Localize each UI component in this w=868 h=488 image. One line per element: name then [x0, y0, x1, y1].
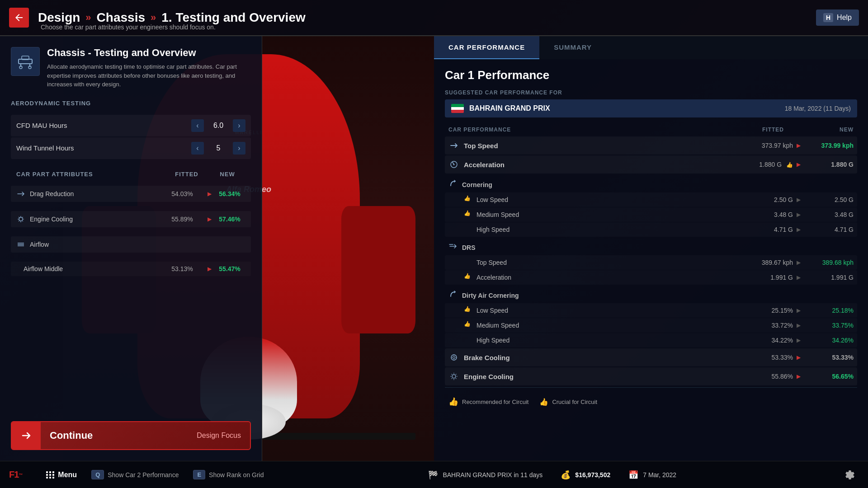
dirty-air-med-arrow: ▶ [793, 322, 804, 328]
wind-tunnel-decrease[interactable]: ‹ [191, 142, 204, 155]
dirty-air-high-new: 34.26% [804, 337, 854, 344]
dirty-air-low-row: 👍 Low Speed 25.15% ▶ 25.18% [445, 303, 857, 318]
cornering-med-fitted: 3.48 G [734, 211, 793, 218]
dirty-air-header: Dirty Air Cornering [445, 285, 857, 303]
dirty-air-low-thumb: 👍 [464, 306, 473, 315]
attr-fitted-header: FITTED [164, 171, 209, 178]
continue-label: Continue [41, 430, 197, 441]
breadcrumb-design: Design [38, 10, 80, 25]
dirty-air-med-fitted: 33.72% [734, 322, 793, 329]
drs-icon [448, 242, 458, 253]
gp-name: BAHRAIN GRAND PRIX [469, 104, 779, 113]
dirty-air-icon [448, 290, 458, 301]
right-tabs: CAR PERFORMANCE SUMMARY [434, 36, 868, 59]
svg-point-14 [452, 375, 456, 378]
drs-top-new: 389.68 kph [804, 259, 854, 266]
cornering-header: Cornering [445, 174, 857, 192]
menu-button[interactable]: Menu [46, 471, 77, 479]
help-button[interactable]: H Help [816, 9, 859, 26]
show-car2-shortcut: Q Show Car 2 Performance [91, 470, 179, 479]
acceleration-fitted: 1.880 G 👍 [734, 161, 793, 168]
bottom-bar: F1 ™ Menu Q Show Car 2 Performance E Sho… [0, 461, 868, 488]
airflow-middle-row: Airflow Middle 53.13% ▶ 55.47% [11, 262, 251, 276]
f1-logo: F1 ™ [9, 469, 23, 480]
tab-summary[interactable]: SUMMARY [539, 36, 606, 59]
top-speed-arrow: ▶ [793, 142, 804, 149]
attr-new-header: NEW [209, 171, 245, 178]
cfd-row: CFD MAU Hours ‹ 6.0 › [11, 115, 251, 136]
airflow-middle-arrow: ▶ [205, 266, 214, 272]
brake-cooling-new: 53.33% [804, 354, 854, 361]
drag-reduction-name: Drag Reduction [30, 190, 160, 197]
legend-row: 👍 Recommended for Circuit 👍 Crucial for … [445, 391, 857, 412]
aero-section-label: AERODYNAMIC TESTING [11, 100, 251, 107]
panel-header: Chassis - Testing and Overview Allocate … [11, 47, 251, 89]
money-icon: 💰 [561, 470, 571, 480]
cornering-high-label: High Speed [476, 226, 734, 233]
top-speed-label: Top Speed [464, 142, 734, 150]
dirty-air-low-new: 25.18% [804, 307, 854, 314]
crucial-icon: 👍 [539, 398, 548, 406]
acceleration-arrow: ▶ [793, 161, 804, 168]
engine-cooling-perf-fitted: 55.86% [734, 373, 793, 380]
brake-cooling-row: Brake Cooling 53.33% ▶ 53.33% [445, 348, 857, 366]
back-button[interactable] [9, 8, 29, 28]
brake-cooling-icon [448, 352, 459, 363]
cfd-increase[interactable]: › [233, 119, 245, 132]
right-content: Car 1 Performance SUGGESTED CAR PERFORMA… [434, 59, 868, 461]
settings-button[interactable] [841, 466, 859, 484]
airflow-icon [16, 240, 25, 249]
drag-reduction-row: Drag Reduction 54.03% ▶ 56.34% [11, 186, 251, 202]
perf-header-row: CAR PERFORMANCE FITTED NEW [445, 125, 857, 135]
tab-car-performance[interactable]: CAR PERFORMANCE [434, 36, 539, 59]
panel-title: Chassis - Testing and Overview [47, 47, 251, 59]
acceleration-new: 1.880 G [804, 161, 854, 168]
acceleration-icon [448, 159, 459, 170]
svg-point-13 [453, 357, 455, 359]
drs-label: DRS [462, 244, 476, 251]
menu-label: Menu [58, 471, 77, 479]
wind-tunnel-increase[interactable]: › [233, 142, 245, 155]
top-speed-new: 373.99 kph [804, 142, 854, 149]
svg-point-6 [19, 217, 23, 221]
perf-label-col-header: CAR PERFORMANCE [448, 127, 725, 133]
right-panel: CAR PERFORMANCE SUMMARY Car 1 Performanc… [434, 36, 868, 461]
cornering-high-new: 4.71 G [804, 226, 854, 233]
show-rank-shortcut: E Show Rank on Grid [193, 470, 264, 479]
dirty-air-low-arrow: ▶ [793, 307, 804, 314]
cfd-decrease[interactable]: ‹ [191, 119, 204, 132]
cornering-low-label: Low Speed [476, 196, 734, 203]
drag-reduction-arrow: ▶ [205, 191, 214, 197]
attributes-header: CAR PART ATTRIBUTES FITTED NEW [11, 167, 251, 178]
help-key: H [823, 13, 833, 22]
gp-date: 18 Mar, 2022 (11 Days) [785, 105, 851, 112]
menu-grid-icon [46, 471, 54, 479]
engine-cooling-row: Engine Cooling 55.89% ▶ 57.46% [11, 211, 251, 227]
airflow-middle-fitted: 53.13% [160, 265, 205, 272]
wind-tunnel-row: Wind Tunnel Hours ‹ 5 › [11, 137, 251, 159]
engine-cooling-perf-icon [448, 371, 459, 382]
drag-reduction-icon [16, 189, 25, 198]
engine-cooling-name: Engine Cooling [30, 216, 160, 223]
panel-description: Allocate aerodynamic testing time to opt… [47, 62, 251, 89]
help-label: Help [837, 14, 852, 22]
engine-cooling-arrow: ▶ [205, 216, 214, 222]
wind-tunnel-value: 5 [209, 144, 227, 152]
perf-new-col-header: NEW [795, 127, 854, 133]
drs-header: DRS [445, 237, 857, 255]
show-car2-label: Show Car 2 Performance [108, 471, 179, 479]
aero-rows: CFD MAU Hours ‹ 6.0 › Wind Tunnel Hours … [11, 114, 251, 160]
cornering-med-arrow: ▶ [793, 211, 804, 218]
drs-accel-fitted: 1.991 G [734, 274, 793, 281]
show-rank-label: Show Rank on Grid [209, 471, 264, 479]
drs-accel-row: 👍 Acceleration 1.991 G ▶ 1.991 G [445, 270, 857, 285]
dirty-air-high-arrow: ▶ [793, 337, 804, 343]
bahrain-flag [451, 104, 464, 113]
drs-top-arrow: ▶ [793, 259, 804, 266]
legend-recommended: 👍 Recommended for Circuit [448, 397, 528, 407]
cornering-low-arrow: ▶ [793, 197, 804, 203]
airflow-name: Airflow [30, 241, 160, 248]
date-value: 7 Mar, 2022 [643, 471, 676, 479]
continue-button[interactable]: Continue Design Focus [11, 421, 251, 450]
dirty-air-low-label: Low Speed [476, 307, 734, 314]
